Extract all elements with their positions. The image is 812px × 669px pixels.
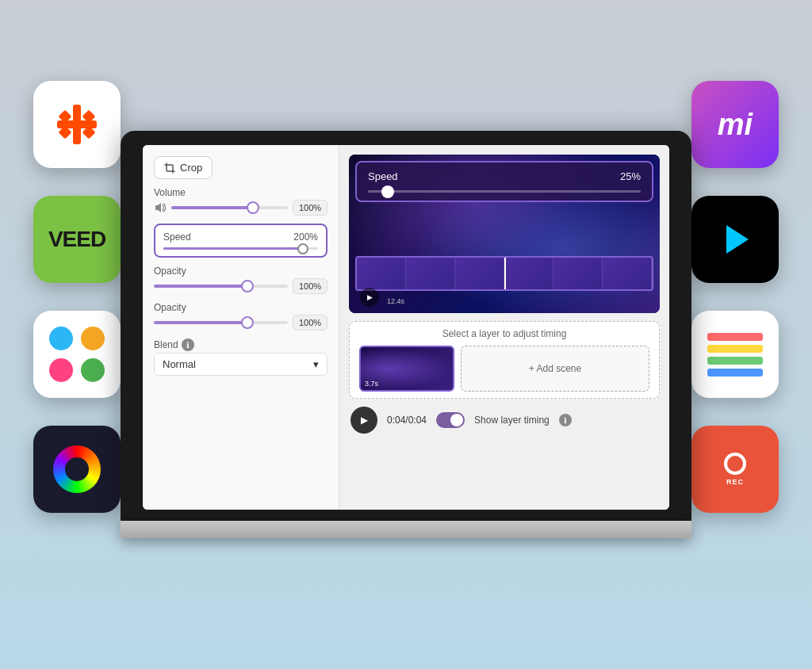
volume-slider-track[interactable] xyxy=(171,206,288,209)
timing-info-icon[interactable]: ℹ xyxy=(559,414,572,426)
play-app-icon[interactable] xyxy=(691,196,779,283)
speed-panel: Speed 200% xyxy=(154,224,327,258)
speed-overlay-header: Speed 25% xyxy=(368,170,641,182)
crop-icon xyxy=(164,162,175,174)
veed-app-icon[interactable]: VEED xyxy=(33,196,121,283)
blend-value: Normal xyxy=(163,358,196,370)
rec-circle xyxy=(724,453,746,475)
timeline-frame-4 xyxy=(504,258,553,289)
speed-slider-row xyxy=(163,247,318,250)
speed-label: Speed xyxy=(163,231,191,243)
opacity1-thumb xyxy=(241,280,254,292)
time-display: 0:04/0:04 xyxy=(387,415,427,426)
speed-value: 200% xyxy=(293,231,318,243)
volume-fill xyxy=(171,206,253,209)
speed-thumb xyxy=(297,243,308,254)
arc-app-icon[interactable] xyxy=(33,426,121,513)
dot-pink xyxy=(49,358,73,382)
rec-label: REC xyxy=(726,478,744,486)
timeline-strip xyxy=(355,256,653,291)
scene-thumbnail[interactable]: 3.7s xyxy=(359,346,454,392)
timeline-frame-2 xyxy=(406,258,455,289)
blend-label-row: Blend ℹ xyxy=(154,338,327,351)
blend-info-icon[interactable]: ℹ xyxy=(182,338,194,351)
opacity2-thumb xyxy=(241,316,254,329)
editor-left-panel: Crop Volume xyxy=(143,145,339,510)
arc-rainbow xyxy=(53,445,101,493)
speed-overlay: Speed 25% xyxy=(355,161,653,202)
timeline-frame-3 xyxy=(455,258,504,289)
svg-rect-1 xyxy=(73,105,81,144)
opacity1-section: Opacity 100% xyxy=(154,266,327,294)
speed-overlay-track[interactable] xyxy=(368,190,641,193)
crop-button[interactable]: Crop xyxy=(154,156,213,179)
opacity1-slider-row: 100% xyxy=(154,278,327,294)
scene-timing-area: Select a layer to adjust timing 3.7s + A… xyxy=(349,321,660,399)
speed-overlay-thumb xyxy=(381,185,394,198)
volume-icon xyxy=(154,201,167,214)
blend-label: Blend xyxy=(154,339,178,350)
dot-orange xyxy=(81,327,105,350)
timeline-cursor xyxy=(504,256,506,291)
bar-yellow xyxy=(707,345,763,353)
mi-label: mi xyxy=(718,108,753,142)
toggle-knob xyxy=(450,414,463,426)
timeline-frame-6 xyxy=(603,258,652,289)
opacity2-slider-row: 100% xyxy=(154,315,327,331)
opacity1-track[interactable] xyxy=(154,285,288,288)
laptop-base xyxy=(121,521,691,538)
table-bars xyxy=(707,333,763,377)
bar-blue xyxy=(707,369,763,377)
show-timing-label: Show layer timing xyxy=(474,415,550,426)
main-scene: VEED mi REC xyxy=(49,49,763,620)
opacity1-fill xyxy=(154,285,247,288)
dots-app-icon[interactable] xyxy=(33,311,121,398)
rec-inner xyxy=(727,456,743,472)
scene-duration: 3.7s xyxy=(365,380,378,388)
editor-right-panel: Speed 25% xyxy=(339,145,669,510)
preview-time-label: 12.4s xyxy=(387,297,404,305)
preview-area: Speed 25% xyxy=(349,155,660,313)
zapier-app-icon[interactable] xyxy=(33,81,121,168)
dots-container xyxy=(33,311,121,398)
opacity2-section: Opacity 100% xyxy=(154,302,327,331)
volume-value: 100% xyxy=(293,200,327,216)
bottom-controls: ▶ 0:04/0:04 Show layer timing ℹ xyxy=(349,407,660,434)
volume-label: Volume xyxy=(154,187,327,198)
add-scene-label: + Add scene xyxy=(529,363,581,374)
scene-row: 3.7s + Add scene xyxy=(359,346,649,392)
laptop-bezel: Crop Volume xyxy=(121,131,691,521)
opacity2-fill xyxy=(154,321,247,324)
laptop: Crop Volume xyxy=(121,131,691,538)
dot-green xyxy=(81,358,105,382)
speed-overlay-value: 25% xyxy=(620,170,641,182)
bar-red xyxy=(707,333,763,341)
blend-section: Blend ℹ Normal ▾ xyxy=(154,338,327,376)
add-scene-button[interactable]: + Add scene xyxy=(461,346,649,392)
speed-header: Speed 200% xyxy=(163,231,318,243)
blend-select[interactable]: Normal ▾ xyxy=(154,353,327,376)
play-triangle-icon xyxy=(726,225,749,254)
veed-label: VEED xyxy=(48,227,105,252)
timeline-frame-1 xyxy=(357,258,406,289)
table-app-icon[interactable] xyxy=(691,311,779,398)
speed-fill xyxy=(163,247,303,250)
opacity1-label: Opacity xyxy=(154,266,327,277)
speed-slider-track[interactable] xyxy=(163,247,318,250)
opacity1-value: 100% xyxy=(293,278,327,294)
rec-app-icon[interactable]: REC xyxy=(691,426,779,513)
bar-green xyxy=(707,357,763,365)
opacity2-track[interactable] xyxy=(154,321,288,324)
main-play-button[interactable]: ▶ xyxy=(350,407,377,434)
dot-blue xyxy=(49,327,73,350)
chevron-down-icon: ▾ xyxy=(313,358,319,370)
opacity2-label: Opacity xyxy=(154,302,327,313)
timeline-frame-5 xyxy=(553,258,603,289)
show-timing-toggle[interactable] xyxy=(436,412,465,428)
crop-label: Crop xyxy=(180,162,202,174)
mi-app-icon[interactable]: mi xyxy=(691,81,779,168)
opacity2-value: 100% xyxy=(293,315,327,331)
select-layer-text: Select a layer to adjust timing xyxy=(359,328,649,339)
preview-play-button[interactable]: ▶ xyxy=(360,288,379,307)
volume-section: Volume 100% xyxy=(154,187,327,216)
